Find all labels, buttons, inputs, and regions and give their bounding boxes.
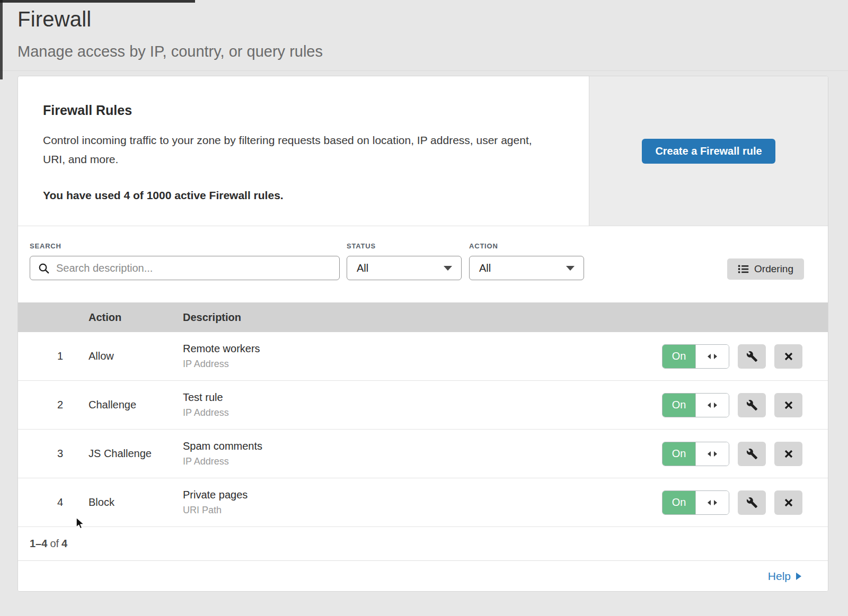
pagination-total: 4: [61, 538, 67, 550]
action-select[interactable]: All: [469, 256, 584, 280]
edit-rule-button[interactable]: [738, 442, 766, 466]
rule-match-field: IP Address: [183, 456, 662, 467]
table-row: 4 Block Private pages URI Path On: [18, 478, 828, 527]
close-icon: [783, 400, 794, 410]
rule-enabled-toggle[interactable]: On: [662, 344, 729, 369]
toggle-drag-handle[interactable]: [695, 442, 729, 466]
close-icon: [783, 497, 794, 508]
pagination: 1–4 of 4: [18, 527, 828, 560]
rule-priority-number: 3: [18, 448, 63, 460]
rule-enabled-toggle[interactable]: On: [662, 490, 729, 515]
rule-match-field: IP Address: [183, 359, 662, 370]
ordering-list-icon: [738, 264, 749, 274]
drag-arrows-icon: [706, 353, 718, 360]
toggle-on-label[interactable]: On: [662, 394, 695, 417]
rule-description-cell: Remote workers IP Address: [183, 343, 662, 370]
table-row: 3 JS Challenge Spam comments IP Address …: [18, 430, 828, 478]
rule-match-field: URI Path: [183, 505, 662, 516]
status-filter-group: STATUS All: [347, 242, 462, 280]
help-link[interactable]: Help: [768, 570, 801, 583]
overview-description: Control incoming traffic to your zone by…: [43, 131, 552, 169]
rules-table: Action Description 1 Allow Remote worker…: [18, 302, 828, 560]
rule-description-cell: Test rule IP Address: [183, 391, 662, 418]
search-box[interactable]: [30, 256, 340, 280]
rule-action-label: Challenge: [89, 399, 183, 411]
status-label: STATUS: [347, 242, 462, 250]
toggle-drag-handle[interactable]: [695, 394, 729, 417]
drag-arrows-icon: [706, 451, 718, 457]
status-select-value: All: [357, 262, 368, 274]
firewall-rules-card: Firewall Rules Control incoming traffic …: [17, 76, 828, 592]
action-filter-group: ACTION All: [469, 242, 584, 280]
drag-arrows-icon: [706, 402, 718, 408]
close-icon: [783, 351, 794, 362]
rule-enabled-toggle[interactable]: On: [662, 442, 729, 466]
help-link-label: Help: [768, 570, 791, 583]
toggle-on-label[interactable]: On: [662, 491, 695, 514]
overview-heading: Firewall Rules: [43, 103, 557, 118]
rule-controls: On: [662, 490, 828, 515]
toggle-on-label[interactable]: On: [662, 442, 695, 466]
rule-enabled-toggle[interactable]: On: [662, 393, 729, 417]
wrench-icon: [746, 399, 758, 411]
pagination-range: 1–4: [30, 538, 47, 550]
action-select-value: All: [479, 262, 491, 274]
ordering-button-label: Ordering: [754, 263, 793, 275]
rule-action-label: JS Challenge: [89, 448, 183, 460]
status-select[interactable]: All: [347, 256, 462, 280]
search-icon: [38, 263, 49, 274]
toggle-on-label[interactable]: On: [662, 345, 695, 368]
drag-arrows-icon: [706, 499, 718, 506]
window-edge-artifact-left: [0, 0, 3, 79]
toggle-drag-handle[interactable]: [695, 345, 729, 368]
header-divider: [0, 70, 848, 71]
search-input[interactable]: [55, 262, 332, 275]
delete-rule-button[interactable]: [774, 344, 802, 369]
rule-match-field: IP Address: [183, 407, 662, 418]
column-header-description: Description: [183, 311, 828, 324]
delete-rule-button[interactable]: [774, 393, 802, 417]
window-edge-artifact-top: [0, 0, 195, 3]
overview-text-panel: Firewall Rules Control incoming traffic …: [18, 76, 589, 226]
pagination-of: of: [50, 538, 59, 550]
rule-description-cell: Spam comments IP Address: [183, 440, 662, 467]
table-header-row: Action Description: [18, 302, 828, 332]
page-title: Firewall: [17, 7, 848, 31]
caret-down-icon: [444, 266, 452, 271]
delete-rule-button[interactable]: [774, 490, 802, 515]
rule-priority-number: 4: [18, 496, 63, 508]
search-label: SEARCH: [30, 242, 340, 250]
rule-action-label: Allow: [89, 350, 183, 362]
create-firewall-rule-button[interactable]: Create a Firewall rule: [642, 139, 775, 164]
page-subtitle: Manage access by IP, country, or query r…: [17, 43, 848, 60]
edit-rule-button[interactable]: [738, 393, 766, 417]
page-header: Firewall Manage access by IP, country, o…: [0, 0, 848, 76]
rule-description: Spam comments: [183, 440, 662, 452]
wrench-icon: [746, 448, 758, 460]
action-label: ACTION: [469, 242, 584, 250]
wrench-icon: [746, 497, 758, 508]
rule-controls: On: [662, 344, 828, 369]
rules-table-body: 1 Allow Remote workers IP Address On: [18, 332, 828, 527]
edit-rule-button[interactable]: [738, 344, 766, 369]
caret-down-icon: [566, 266, 575, 271]
search-filter-group: SEARCH: [30, 242, 340, 280]
edit-rule-button[interactable]: [738, 490, 766, 515]
delete-rule-button[interactable]: [774, 442, 802, 466]
ordering-button[interactable]: Ordering: [727, 258, 804, 280]
rule-description: Test rule: [183, 391, 662, 404]
rule-description: Private pages: [183, 489, 662, 501]
rule-controls: On: [662, 393, 828, 417]
toggle-drag-handle[interactable]: [695, 491, 729, 514]
card-footer: Help: [18, 560, 828, 591]
rule-priority-number: 1: [18, 350, 63, 362]
create-rule-panel: Create a Firewall rule: [589, 76, 828, 226]
usage-note: You have used 4 of 1000 active Firewall …: [43, 189, 557, 202]
column-header-action: Action: [89, 311, 183, 324]
rule-priority-number: 2: [18, 399, 63, 411]
wrench-icon: [746, 351, 758, 362]
help-arrow-icon: [796, 573, 801, 580]
overview-section: Firewall Rules Control incoming traffic …: [18, 76, 828, 226]
rule-description: Remote workers: [183, 343, 662, 355]
filters-bar: SEARCH STATUS All ACTION All: [18, 226, 828, 302]
